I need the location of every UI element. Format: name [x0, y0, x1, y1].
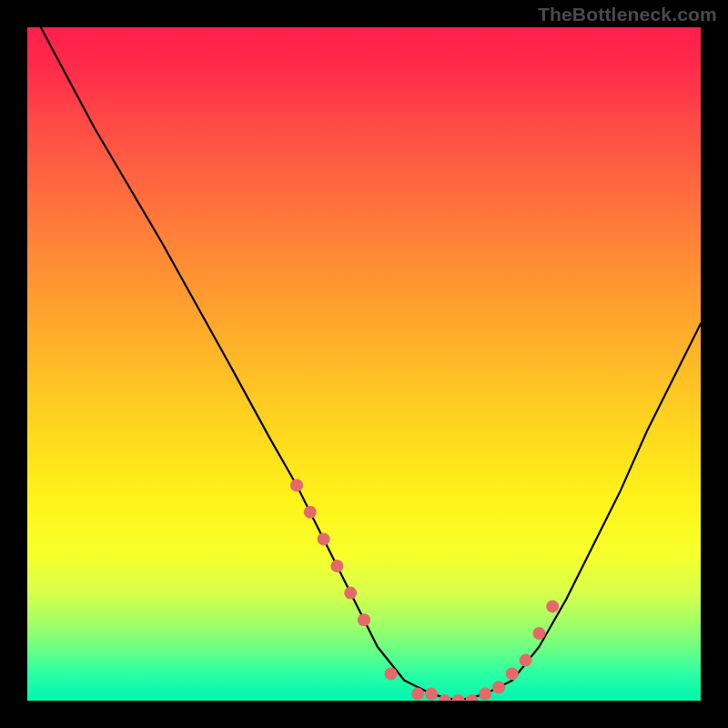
highlight-marker — [385, 667, 398, 680]
highlight-marker — [290, 479, 303, 491]
highlight-marker — [479, 688, 491, 701]
highlight-marker — [506, 667, 519, 680]
chart-stage: TheBottleneck.com — [0, 0, 728, 728]
highlight-marker — [532, 627, 545, 640]
highlight-marker — [330, 560, 343, 572]
bottleneck-curve-path — [41, 27, 701, 701]
highlight-marker — [411, 688, 424, 701]
watermark-text: TheBottleneck.com — [538, 4, 717, 25]
plot-area — [27, 27, 701, 701]
curve-layer — [27, 27, 701, 701]
highlight-markers — [290, 479, 559, 701]
highlight-marker — [452, 694, 465, 701]
highlight-marker — [546, 600, 559, 612]
highlight-marker — [318, 532, 330, 545]
highlight-marker — [520, 654, 532, 667]
highlight-marker — [492, 681, 505, 693]
highlight-marker — [304, 506, 317, 519]
highlight-marker — [358, 613, 370, 626]
highlight-marker — [425, 688, 438, 701]
highlight-marker — [344, 587, 357, 600]
